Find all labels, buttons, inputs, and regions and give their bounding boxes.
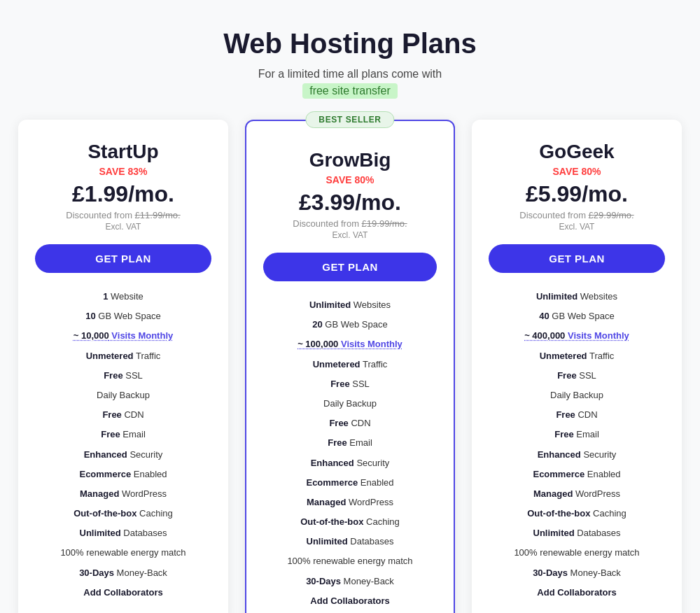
- feature-item: Daily Backup: [489, 386, 665, 405]
- price-startup: £1.99/mo.: [35, 181, 211, 207]
- page-subtitle: For a limited time all plans come with: [223, 68, 477, 80]
- feature-item: 40 GB Web Space: [489, 306, 665, 326]
- plan-name-gogeek: GoGeek: [489, 141, 665, 163]
- feature-item: 30-Days Money-Back: [489, 563, 665, 583]
- feature-item: Free SSL: [35, 366, 211, 386]
- feature-item: Out-of-the-box Caching: [35, 504, 211, 523]
- plan-card-startup: StartUpSAVE 83%£1.99/mo.Discounted from …: [18, 120, 228, 613]
- feature-item: ~ 100,000 Visits Monthly: [263, 334, 437, 354]
- feature-item: Unmetered Traffic: [489, 346, 665, 366]
- feature-item: Unmetered Traffic: [263, 355, 437, 374]
- feature-item: Managed WordPress: [35, 484, 211, 504]
- features-list-startup: 1 Website10 GB Web Space~ 10,000 Visits …: [35, 287, 211, 603]
- feature-item: Free SSL: [263, 374, 437, 394]
- feature-item: Out-of-the-box Caching: [489, 504, 665, 523]
- feature-item: Enhanced Security: [489, 445, 665, 465]
- get-plan-button-growbig[interactable]: GET PLAN: [263, 253, 437, 281]
- get-plan-button-gogeek[interactable]: GET PLAN: [489, 244, 665, 273]
- plan-name-startup: StartUp: [35, 141, 211, 163]
- excl-vat-gogeek: Excl. VAT: [489, 222, 665, 232]
- feature-item: Free CDN: [35, 405, 211, 425]
- feature-item: Add Collaborators: [489, 583, 665, 603]
- excl-vat-growbig: Excl. VAT: [263, 230, 437, 240]
- feature-item: Ecommerce Enabled: [263, 473, 437, 493]
- feature-item: Unlimited Websites: [263, 295, 437, 315]
- feature-item: Unlimited Databases: [489, 523, 665, 543]
- feature-item: Daily Backup: [35, 386, 211, 405]
- excl-vat-startup: Excl. VAT: [35, 222, 211, 232]
- features-list-gogeek: Unlimited Websites40 GB Web Space~ 400,0…: [489, 287, 665, 603]
- feature-item: Unlimited Databases: [263, 532, 437, 551]
- feature-item: Unlimited Websites: [489, 287, 665, 306]
- best-seller-badge: BEST SELLER: [305, 111, 394, 128]
- free-transfer-badge: free site transfer: [302, 83, 398, 99]
- discounted-from-growbig: Discounted from £19.99/mo.: [263, 218, 437, 229]
- feature-item: 30-Days Money-Back: [263, 572, 437, 591]
- plan-name-growbig: GrowBig: [263, 149, 437, 171]
- feature-item: 1 Website: [35, 287, 211, 306]
- feature-item: Free CDN: [263, 414, 437, 433]
- feature-item: 100% renewable energy match: [35, 543, 211, 563]
- feature-item: 20 GB Web Space: [263, 315, 437, 334]
- plan-card-growbig: BEST SELLERGrowBigSAVE 80%£3.99/mo.Disco…: [245, 120, 455, 613]
- feature-item: Add Collaborators: [35, 583, 211, 603]
- feature-item: Managed WordPress: [263, 493, 437, 512]
- save-label-growbig: SAVE 80%: [263, 174, 437, 185]
- feature-item: Ecommerce Enabled: [35, 465, 211, 484]
- feature-item: 10 GB Web Space: [35, 306, 211, 326]
- feature-item: Free SSL: [489, 366, 665, 386]
- discounted-from-startup: Discounted from £11.99/mo.: [35, 210, 211, 220]
- feature-item: Enhanced Security: [263, 453, 437, 473]
- get-plan-button-startup[interactable]: GET PLAN: [35, 244, 211, 273]
- plus-divider-gogeek: +: [489, 610, 665, 613]
- price-gogeek: £5.99/mo.: [489, 181, 665, 207]
- feature-item: 30-Days Money-Back: [35, 563, 211, 583]
- feature-item: Add Collaborators: [263, 591, 437, 611]
- feature-item: Out-of-the-box Caching: [263, 512, 437, 532]
- feature-item: Enhanced Security: [35, 445, 211, 465]
- feature-item: ~ 10,000 Visits Monthly: [35, 326, 211, 346]
- feature-item: Unlimited Databases: [35, 523, 211, 543]
- feature-item: Free Email: [489, 425, 665, 444]
- plan-card-gogeek: GoGeekSAVE 80%£5.99/mo.Discounted from £…: [472, 120, 682, 613]
- feature-item: Daily Backup: [263, 394, 437, 414]
- feature-item: Managed WordPress: [489, 484, 665, 504]
- save-label-startup: SAVE 83%: [35, 166, 211, 177]
- save-label-gogeek: SAVE 80%: [489, 166, 665, 177]
- feature-item: Unmetered Traffic: [35, 346, 211, 366]
- feature-item: 100% renewable energy match: [263, 551, 437, 571]
- feature-item: Free CDN: [489, 405, 665, 425]
- feature-item: 100% renewable energy match: [489, 543, 665, 563]
- feature-item: Free Email: [35, 425, 211, 444]
- discounted-from-gogeek: Discounted from £29.99/mo.: [489, 210, 665, 220]
- features-list-growbig: Unlimited Websites20 GB Web Space~ 100,0…: [263, 295, 437, 611]
- page-title: Web Hosting Plans: [223, 28, 477, 59]
- page-header: Web Hosting Plans For a limited time all…: [223, 28, 477, 99]
- feature-item: Free Email: [263, 433, 437, 453]
- feature-item: ~ 400,000 Visits Monthly: [489, 326, 665, 346]
- plans-container: StartUpSAVE 83%£1.99/mo.Discounted from …: [14, 120, 686, 613]
- price-growbig: £3.99/mo.: [263, 190, 437, 216]
- feature-item: Ecommerce Enabled: [489, 465, 665, 484]
